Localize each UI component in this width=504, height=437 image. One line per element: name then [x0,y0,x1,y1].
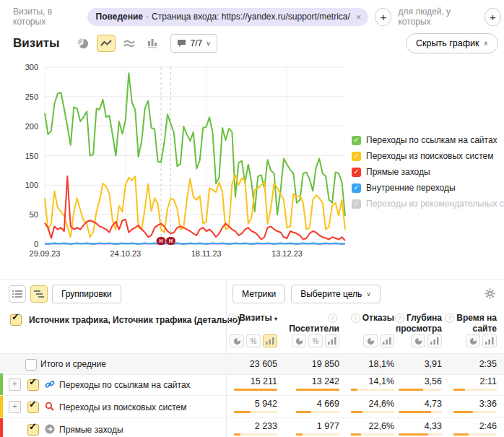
toggle-bars-button[interactable] [482,334,497,347]
segment-chip-separator: · [146,12,149,22]
legend-item[interactable]: ✓Переходы из поисковых систем [352,148,502,164]
chevron-up-icon: ∧ [483,40,488,47]
legend-checkbox[interactable]: ✓ [352,199,361,209]
metrics-button[interactable]: Метрики [233,285,285,303]
note-pin-label: H [160,238,163,243]
direct-icon [45,424,55,436]
toggle-pie-button[interactable] [363,334,378,347]
add-visit-condition-button[interactable]: + [375,8,391,26]
metric-display-toggles [384,334,442,347]
metrics-label: Метрики [242,289,276,299]
metric-column-header[interactable]: ?Посетители [282,313,339,334]
add-user-condition-button[interactable]: + [485,8,501,26]
metric-column-label: Время на сайте [456,313,497,334]
value-bar [453,411,497,413]
toggle-bars-button[interactable] [263,334,277,347]
expand-row-button[interactable]: + [9,401,21,413]
value-bar [234,389,277,391]
row-color-strip [0,418,3,437]
metric-display-toggles [439,334,497,347]
totals-label: Итого и средние [40,359,106,369]
close-icon[interactable]: × [356,12,362,22]
x-axis-tick: 18.11.23 [191,249,222,258]
metric-column-header[interactable]: ?Визиты ▾ [220,313,277,324]
totals-value: 3,91 [384,359,442,369]
plus-icon: + [381,12,387,22]
legend-item[interactable]: ✓Прямые заходы [352,164,502,180]
chart-type-pie-button[interactable] [74,35,92,52]
legend-checkbox[interactable]: ✓ [352,136,361,145]
row-value: 2:11 [439,376,497,386]
check-icon: ✓ [29,376,37,387]
row-checkbox[interactable]: ✓ [27,379,39,391]
value-bar [296,433,339,436]
hide-chart-button[interactable]: Скрыть график ∧ [406,33,498,53]
flat-view-button[interactable] [9,285,26,303]
plus-icon: + [490,12,496,22]
series-line [45,176,345,241]
y-axis-tick: 100 [25,181,38,189]
visits-chart[interactable]: 05010015020025030029.09.2324.10.2318.11.… [6,61,348,259]
x-axis-tick: 29.09.23 [30,249,61,258]
row-value: 4 669 [282,399,339,409]
table-settings-gear[interactable] [485,288,495,301]
select-all-checkbox[interactable]: ✓ [10,314,22,326]
row-label[interactable]: Переходы из поисковых систем [59,402,186,412]
toggle-pie-button[interactable] [230,334,244,347]
help-icon: ? [395,313,404,323]
metric-column-header[interactable]: ?Глубина просмотра [384,313,442,334]
toggle-pie-button[interactable] [292,334,306,347]
row-value: 3,56 [384,376,442,386]
segment-prefix-label: Визиты, в которых [13,7,81,27]
row-value: 5 942 [220,399,277,409]
y-axis-tick: 150 [25,152,38,160]
legend-label: Переходы из рекомендательных систем [366,199,504,209]
notes-selector[interactable]: 7/7 ∨ [170,34,217,53]
row-value: 13 242 [282,376,339,386]
chart-type-columns-button[interactable] [143,35,162,52]
toggle-percent-button[interactable]: % [308,334,323,347]
totals-row: Итого и средние 23 60519 85018,1%3,912:3… [0,353,504,375]
legend-item[interactable]: ✓Переходы по ссылкам на сайтах [352,132,502,148]
pie-chart-icon [78,38,89,49]
goal-select[interactable]: Выберите цель ∨ [291,285,381,303]
expand-row-button[interactable]: + [9,378,21,391]
metrics-toolbar: Метрики Выберите цель ∨ [233,285,381,303]
stacked-area-icon [123,39,135,48]
row-label[interactable]: Прямые заходы [59,425,123,435]
series-line [45,243,345,244]
table-row: +✓Переходы по ссылкам на сайтах15 21113 … [0,373,504,396]
groupings-button[interactable]: Группировки [52,285,121,303]
help-icon: ? [351,313,360,323]
series-line [45,73,345,216]
totals-checkbox[interactable] [25,359,37,371]
legend-label: Переходы по ссылкам на сайтах [366,135,498,145]
legend-item[interactable]: ✓Внутренние переходы [352,180,502,196]
check-icon: ✓ [29,421,37,432]
row-checkbox[interactable]: ✓ [27,424,39,436]
legend-checkbox[interactable]: ✓ [352,152,361,161]
list-view-icon [12,290,22,298]
segment-bar: Визиты, в которых Поведение · Страница в… [13,6,501,27]
value-bar [351,411,394,413]
legend-checkbox[interactable]: ✓ [352,168,361,177]
toggle-pie-button[interactable] [466,334,480,347]
row-label[interactable]: Переходы по ссылкам на сайтах [59,380,191,390]
toggle-percent-button[interactable]: % [246,334,261,347]
y-axis-tick: 200 [25,122,38,131]
chart-type-stacked-button[interactable] [120,35,139,52]
legend-item[interactable]: ✓Переходы из рекомендательных систем [352,196,502,212]
legend-checkbox[interactable]: ✓ [352,183,361,193]
series-line [45,175,345,237]
note-pin-label: H [169,238,173,243]
row-checkbox[interactable]: ✓ [27,402,39,413]
toggle-pie-button[interactable] [411,334,425,347]
metric-column-header[interactable]: ?Время на сайте [439,313,497,334]
y-axis-tick: 0 [34,240,38,248]
tree-view-button[interactable] [30,285,48,303]
goal-select-label: Выберите цель [300,289,362,299]
segment-chip-category: Поведение [96,12,143,22]
segment-chip[interactable]: Поведение · Страница входа: https://yand… [87,8,369,26]
value-bar [351,389,394,391]
chart-type-line-button[interactable] [97,35,116,52]
